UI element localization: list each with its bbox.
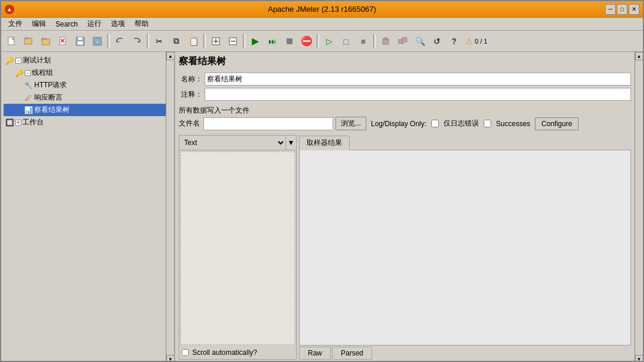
svg-rect-9 <box>78 37 83 40</box>
expand-workbench[interactable]: + <box>15 120 21 126</box>
scroll-auto-label: Scroll automatically? <box>192 348 257 357</box>
run-no-pause-button[interactable]: ⏭ <box>264 33 281 50</box>
copy-button[interactable]: ⧉ <box>168 33 185 50</box>
stop-now-button[interactable]: ⛔ <box>298 33 315 50</box>
tree-label-workbench: 工作台 <box>22 117 44 127</box>
filename-label: 文件名 <box>179 119 200 129</box>
menu-item-3[interactable]: 运行 <box>83 18 106 30</box>
scroll-down-arrow[interactable]: ▼ <box>166 355 175 362</box>
main-scroll-down[interactable]: ▼ <box>635 355 643 362</box>
right-content-panel: 取样器结果 Raw Parsed <box>299 135 631 360</box>
minimize-button[interactable]: ─ <box>605 4 616 15</box>
close-test-button[interactable] <box>55 33 71 50</box>
clear-button[interactable] <box>377 33 394 50</box>
configure-button[interactable]: Configure <box>535 117 579 130</box>
main-area: 🔑 - 测试计划 🔑 - 线程组 🔧 HTTP请求 🖊 响应断言 <box>1 52 643 362</box>
name-row: 名称： <box>179 73 631 85</box>
bottom-tabs: Raw Parsed <box>299 347 631 360</box>
tree-scrollbar[interactable]: ▲ ▼ <box>166 52 174 362</box>
maximize-button[interactable]: □ <box>617 4 627 15</box>
menu-item-1[interactable]: 编辑 <box>27 18 51 30</box>
stop-button[interactable]: ⏹ <box>281 33 298 50</box>
app-icon: ▲ <box>5 5 14 14</box>
collapse-button[interactable] <box>225 33 241 50</box>
main-scroll-up[interactable]: ▲ <box>635 52 643 60</box>
tree-label-view-results: 察看结果树 <box>34 105 70 115</box>
close-button[interactable]: ✕ <box>629 4 639 15</box>
expand-plan[interactable]: - <box>15 58 21 64</box>
name-input[interactable] <box>205 73 631 85</box>
menu-item-5[interactable]: 帮助 <box>130 18 153 30</box>
successes-checkbox[interactable] <box>484 120 491 127</box>
titlebar-left: ▲ <box>5 5 14 14</box>
tab-bar: 取样器结果 <box>299 135 631 150</box>
tree-item-http-request[interactable]: 🔧 HTTP请求 <box>4 79 172 91</box>
toolbar: + ✂ ⧉ 📋 ▶ ⏭ ⏹ ⛔ ▷ ◻ ■ 🔍 ↺ ? ⚠ 0 / 1 <box>1 31 643 52</box>
new-button[interactable] <box>4 33 20 50</box>
remote-stop-button[interactable]: ◻ <box>338 33 354 50</box>
menu-item-2[interactable]: Search <box>51 19 83 29</box>
remote-start-button[interactable]: ▷ <box>321 33 337 50</box>
tree-label-response-assert: 响应断言 <box>34 93 63 103</box>
comment-input[interactable] <box>205 88 631 101</box>
svg-rect-20 <box>385 38 387 40</box>
open-button[interactable] <box>38 33 54 50</box>
open-templates-button[interactable] <box>21 33 37 50</box>
tree-label-thread-group: 线程组 <box>32 68 53 78</box>
cut-button[interactable]: ✂ <box>151 33 167 50</box>
save-as-button[interactable]: + <box>89 33 106 50</box>
redo-button[interactable] <box>129 33 145 50</box>
errors-only-checkbox[interactable] <box>431 120 439 127</box>
tab-sampler-results[interactable]: 取样器结果 <box>299 136 350 150</box>
tree-item-thread-group[interactable]: 🔑 - 线程组 <box>4 67 172 79</box>
toolbar-sep-6 <box>373 34 376 48</box>
log-options: Log/Display Only: 仅日志错误 Successes Config… <box>371 117 579 130</box>
menu-item-4[interactable]: 选项 <box>106 18 130 30</box>
remote-stop-all-button[interactable]: ■ <box>355 33 372 50</box>
tree-item-workbench[interactable]: 🔲 + 工作台 <box>4 116 172 129</box>
comment-row: 注释： <box>179 88 631 101</box>
clear-all-button[interactable] <box>395 33 411 50</box>
dropdown-arrow[interactable]: ▼ <box>285 136 296 150</box>
window-title: Apache JMeter (2.13 r1665067) <box>268 5 376 14</box>
workbench-icon: 🔲 <box>5 118 14 127</box>
search-button[interactable]: 🔍 <box>412 33 428 50</box>
expand-thread[interactable]: - <box>25 70 31 76</box>
tree-item-view-results[interactable]: 📊 察看结果树 <box>4 104 172 116</box>
tree-item-test-plan[interactable]: 🔑 - 测试计划 <box>4 54 172 67</box>
text-dropdown[interactable]: Text RegExp Tester CSS/JQuery Tester XPa… <box>179 136 285 150</box>
toolbar-sep-4 <box>243 34 245 48</box>
svg-rect-22 <box>402 38 407 42</box>
right-content-body <box>299 150 631 345</box>
save-button[interactable] <box>72 33 88 50</box>
log-display-label: Log/Display Only: <box>371 120 426 128</box>
scroll-auto-checkbox[interactable] <box>182 349 189 356</box>
main-scrollbar[interactable]: ▲ ▼ <box>635 52 643 362</box>
expand-button[interactable] <box>208 33 224 50</box>
warning-count: 0 <box>475 38 478 45</box>
browse-button[interactable]: 浏览... <box>336 117 366 130</box>
toolbar-sep-1 <box>107 34 110 48</box>
titlebar: ▲ Apache JMeter (2.13 r1665067) ─ □ ✕ <box>1 1 643 18</box>
assert-icon: 🖊 <box>24 93 33 103</box>
warning-icon: ⚠ <box>465 37 473 46</box>
menu-item-0[interactable]: 文件 <box>4 18 27 30</box>
tree-item-response-assert[interactable]: 🖊 响应断言 <box>4 91 172 104</box>
tab-raw[interactable]: Raw <box>299 347 331 360</box>
help-button[interactable]: ? <box>446 33 462 50</box>
filename-input[interactable] <box>203 117 333 130</box>
run-button[interactable]: ▶ <box>247 33 264 50</box>
content-area: Text RegExp Tester CSS/JQuery Tester XPa… <box>179 135 631 360</box>
http-icon: 🔧 <box>24 81 33 90</box>
left-content-footer: Scroll automatically? <box>179 346 296 359</box>
reset-button[interactable]: ↺ <box>429 33 445 50</box>
toolbar-sep-3 <box>203 34 206 48</box>
toolbar-counter: ⚠ 0 / 1 <box>465 37 487 46</box>
tree-label-http-request: HTTP请求 <box>34 80 67 90</box>
undo-button[interactable] <box>111 33 128 50</box>
scroll-up-arrow[interactable]: ▲ <box>166 52 175 60</box>
paste-button[interactable]: 📋 <box>185 33 202 50</box>
left-panel: 🔑 - 测试计划 🔑 - 线程组 🔧 HTTP请求 🖊 响应断言 <box>1 52 175 362</box>
file-row: 文件名 浏览... Log/Display Only: 仅日志错误 Succes… <box>179 117 631 130</box>
tab-parsed[interactable]: Parsed <box>332 347 372 360</box>
